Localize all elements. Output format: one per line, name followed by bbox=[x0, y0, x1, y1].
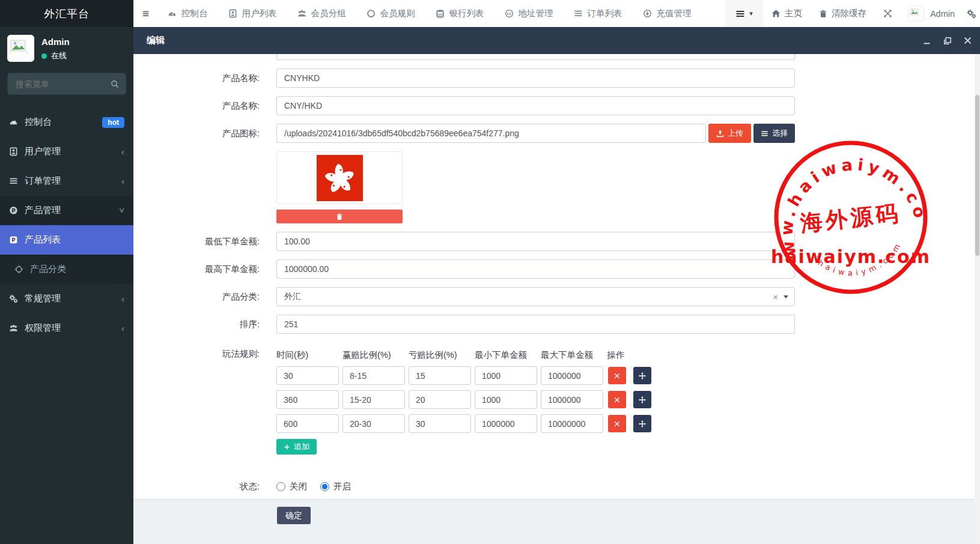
status-label: 状态: bbox=[133, 481, 260, 492]
scrollbar-thumb[interactable] bbox=[975, 95, 979, 256]
upload-button[interactable]: 上传 bbox=[708, 124, 751, 143]
rules-row bbox=[276, 390, 795, 409]
rule-min-input[interactable] bbox=[475, 390, 537, 409]
sidebar-item-product-management[interactable]: 产品管理 ˅ bbox=[0, 196, 133, 225]
chevron-left-icon: ‹ bbox=[121, 147, 124, 157]
sidebar-item-label: 订单管理 bbox=[25, 175, 61, 187]
rule-lose-input[interactable] bbox=[409, 366, 471, 385]
topnav-item-bank-list[interactable]: 银行列表 bbox=[436, 8, 484, 19]
category-value: 外汇 bbox=[284, 291, 301, 302]
rules-label: 玩法规则: bbox=[133, 348, 260, 360]
icon-preview-card bbox=[276, 151, 403, 204]
product-icon-input[interactable] bbox=[276, 124, 706, 143]
avatar[interactable] bbox=[908, 5, 924, 22]
min-amount-label: 最低下单金额: bbox=[133, 236, 260, 247]
rule-min-input[interactable] bbox=[475, 414, 537, 433]
move-rule-button[interactable] bbox=[633, 367, 651, 384]
sidebar-item-label: 用户管理 bbox=[25, 146, 61, 157]
topnav-item-user-list[interactable]: 用户列表 bbox=[228, 8, 277, 19]
users-icon bbox=[297, 9, 306, 18]
address-book-icon bbox=[9, 147, 18, 156]
home-link[interactable]: 主页 bbox=[763, 8, 811, 19]
rule-lose-input[interactable] bbox=[409, 414, 471, 433]
sidebar-item-user-management[interactable]: 用户管理 ‹ bbox=[0, 137, 133, 166]
vertical-scrollbar[interactable] bbox=[975, 54, 980, 544]
sort-label: 排序: bbox=[133, 319, 260, 330]
topnav-item-member-groups[interactable]: 会员分组 bbox=[297, 8, 346, 19]
choose-button[interactable]: 选择 bbox=[753, 124, 795, 143]
modal-title: 编辑 bbox=[133, 35, 165, 46]
remove-rule-button[interactable] bbox=[608, 367, 626, 384]
delete-image-button[interactable] bbox=[276, 210, 403, 223]
product-name-input[interactable] bbox=[276, 68, 795, 88]
status-on-option[interactable]: 开启 bbox=[320, 481, 351, 492]
topnav-item-label: 会员分组 bbox=[311, 8, 346, 19]
rule-max-input[interactable] bbox=[541, 390, 603, 409]
minimize-icon[interactable] bbox=[923, 37, 931, 45]
sidebar-item-label: 控制台 bbox=[25, 116, 52, 128]
category-select[interactable]: 外汇 × bbox=[276, 287, 795, 306]
user-name: Admin bbox=[41, 37, 70, 47]
sidebar-item-product-list[interactable]: 产品列表 bbox=[0, 225, 133, 255]
search-input[interactable] bbox=[14, 79, 106, 89]
rule-time-input[interactable] bbox=[276, 366, 339, 385]
rules-header-time: 时间(秒) bbox=[276, 349, 339, 361]
confirm-button[interactable]: 确定 bbox=[277, 507, 311, 524]
rule-min-input[interactable] bbox=[475, 366, 537, 385]
topnav-item-label: 充值管理 bbox=[657, 8, 692, 19]
append-rule-button[interactable]: 追加 bbox=[276, 439, 317, 455]
rule-max-input[interactable] bbox=[541, 366, 603, 385]
sidebar-item-general-management[interactable]: 常规管理 ‹ bbox=[0, 284, 133, 313]
topnav-item-member-rules[interactable]: 会员规则 bbox=[367, 8, 415, 19]
move-rule-button[interactable] bbox=[633, 415, 651, 432]
remove-rule-button[interactable] bbox=[608, 391, 626, 408]
clear-selection-icon[interactable]: × bbox=[773, 292, 778, 302]
topnav-item-label: 银行列表 bbox=[449, 8, 484, 19]
status-off-radio[interactable] bbox=[276, 482, 285, 491]
x-icon bbox=[614, 373, 620, 379]
sidebar-menu: 控制台 hot 用户管理 ‹ 订单管理 ‹ 产品管理 ˅ 产品列表 bbox=[0, 107, 133, 343]
sidebar-item-product-category[interactable]: 产品分类 bbox=[0, 255, 133, 284]
sidebar-item-permission-management[interactable]: 权限管理 ‹ bbox=[0, 313, 133, 343]
status-radio-group: 关闭 开启 bbox=[276, 481, 351, 492]
sort-input[interactable] bbox=[276, 315, 795, 334]
topnav-item-address-management[interactable]: 地址管理 bbox=[505, 8, 553, 19]
max-amount-input[interactable] bbox=[276, 259, 795, 279]
rule-win-input[interactable] bbox=[342, 366, 405, 385]
upload-icon bbox=[716, 130, 724, 138]
rule-max-input[interactable] bbox=[541, 414, 603, 433]
topnav-item-order-list[interactable]: 订单列表 bbox=[574, 8, 622, 19]
status-on-radio[interactable] bbox=[320, 482, 329, 491]
settings-button[interactable] bbox=[963, 9, 980, 19]
rule-win-input[interactable] bbox=[342, 414, 405, 433]
rule-lose-input[interactable] bbox=[409, 390, 471, 409]
topnav-item-dashboard[interactable]: 控制台 bbox=[168, 8, 208, 19]
maximize-icon[interactable] bbox=[943, 37, 952, 45]
hamburger-icon[interactable]: ≡ bbox=[133, 7, 157, 20]
top-navbar: ≡ 控制台 用户列表 会员分组 会员规则 银行列表 bbox=[133, 0, 980, 28]
sidebar-item-dashboard[interactable]: 控制台 hot bbox=[0, 107, 133, 137]
min-amount-input[interactable] bbox=[276, 232, 795, 251]
admin-user-menu[interactable]: Admin bbox=[929, 9, 963, 19]
topnav-item-recharge-management[interactable]: 充值管理 bbox=[643, 8, 692, 19]
clear-cache-button[interactable]: 清除缓存 bbox=[811, 8, 875, 19]
move-rule-button[interactable] bbox=[633, 391, 651, 408]
remove-rule-button[interactable] bbox=[608, 415, 626, 432]
rules-row bbox=[276, 414, 795, 433]
hong-kong-flag-image bbox=[317, 155, 363, 201]
database-icon bbox=[436, 9, 445, 18]
sidebar-item-order-management[interactable]: 订单管理 ‹ bbox=[0, 166, 133, 196]
rule-time-input[interactable] bbox=[276, 390, 339, 409]
rule-win-input[interactable] bbox=[342, 390, 405, 409]
home-label: 主页 bbox=[785, 8, 802, 19]
rule-time-input[interactable] bbox=[276, 414, 339, 433]
fullscreen-button[interactable] bbox=[875, 9, 901, 18]
status-off-option[interactable]: 关闭 bbox=[276, 481, 307, 492]
topnav-item-label: 控制台 bbox=[181, 8, 208, 19]
search-icon[interactable] bbox=[111, 80, 119, 88]
product-title-input[interactable] bbox=[276, 96, 795, 115]
nav-list-dropdown[interactable]: ▾ bbox=[725, 0, 763, 27]
move-icon bbox=[639, 396, 646, 403]
close-icon[interactable] bbox=[964, 37, 972, 44]
sidebar-user-panel: Admin 在线 bbox=[0, 27, 133, 68]
